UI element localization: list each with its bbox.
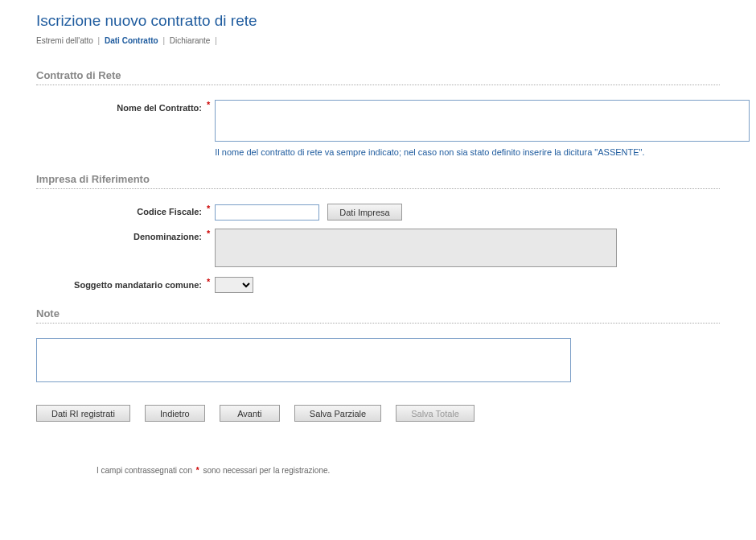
button-bar: Dati RI registrati Indietro Avanti Salva… — [36, 405, 720, 422]
label-soggetto-mandatario: Soggetto mandatario comune: — [36, 277, 205, 290]
codice-fiscale-input[interactable] — [215, 204, 319, 221]
breadcrumb: Estremi dell'atto | Dati Contratto | Dic… — [36, 36, 720, 45]
section-header-contratto: Contratto di Rete — [36, 69, 720, 85]
breadcrumb-item-estremi[interactable]: Estremi dell'atto — [36, 36, 93, 45]
section-header-note: Note — [36, 307, 720, 324]
breadcrumb-sep: | — [162, 36, 165, 45]
breadcrumb-sep: | — [215, 36, 217, 45]
label-denominazione: Denominazione: — [36, 229, 205, 241]
required-marker: * — [196, 466, 199, 475]
nome-contratto-input[interactable] — [215, 100, 750, 142]
footnote: I campi contrassegnati con * sono necess… — [97, 466, 720, 475]
dati-ri-registrati-button[interactable]: Dati RI registrati — [36, 405, 130, 422]
nome-contratto-hint: Il nome del contratto di rete va sempre … — [215, 146, 750, 159]
note-input[interactable] — [36, 338, 571, 382]
salva-parziale-button[interactable]: Salva Parziale — [294, 405, 381, 422]
avanti-button[interactable]: Avanti — [220, 405, 280, 422]
required-marker: * — [207, 100, 210, 109]
indietro-button[interactable]: Indietro — [145, 405, 205, 422]
breadcrumb-item-dati-contratto[interactable]: Dati Contratto — [105, 36, 158, 45]
page-title: Iscrizione nuovo contratto di rete — [36, 12, 720, 30]
breadcrumb-item-dichiarante[interactable]: Dichiarante — [170, 36, 211, 45]
label-nome-contratto: Nome del Contratto: — [36, 100, 205, 113]
soggetto-mandatario-select[interactable] — [215, 277, 253, 293]
dati-impresa-button[interactable]: Dati Impresa — [327, 204, 401, 221]
required-marker: * — [207, 229, 210, 238]
section-header-impresa: Impresa di Riferimento — [36, 173, 720, 189]
required-marker: * — [207, 204, 210, 213]
required-marker: * — [207, 277, 210, 286]
salva-totale-button: Salva Totale — [396, 405, 475, 422]
denominazione-input — [215, 229, 617, 267]
label-codice-fiscale: Codice Fiscale: — [36, 204, 205, 216]
breadcrumb-sep: | — [98, 36, 101, 45]
